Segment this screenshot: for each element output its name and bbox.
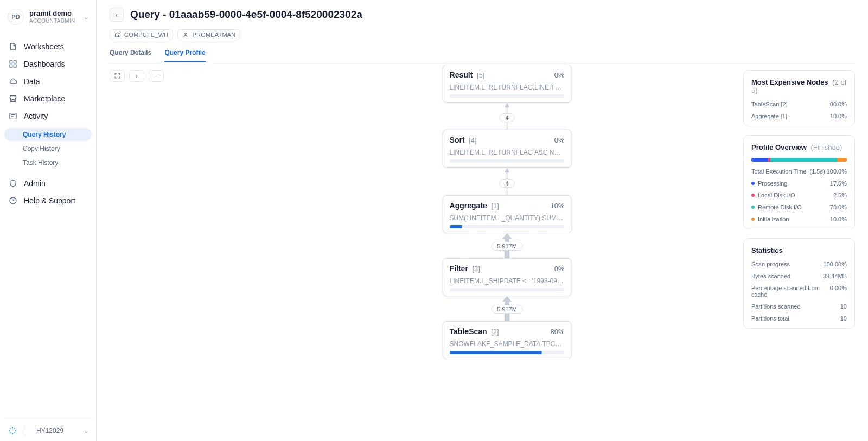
- row-value: 10: [840, 303, 847, 310]
- dashboard-icon: [9, 60, 17, 68]
- nav-help-label: Help & Support: [24, 196, 75, 205]
- row-value: 17.5%: [830, 180, 847, 187]
- node-name: Result: [450, 71, 473, 79]
- nav-admin-label: Admin: [24, 179, 46, 188]
- sidebar-footer: HY12029 ⌄: [4, 420, 92, 441]
- svg-rect-12: [505, 314, 510, 321]
- chevron-left-icon: ‹: [116, 11, 118, 19]
- svg-rect-11: [505, 251, 510, 258]
- user-icon: [182, 31, 189, 38]
- nav-task-history[interactable]: Task History: [4, 156, 92, 169]
- shield-icon: [9, 179, 17, 188]
- legend-dot-icon: [751, 194, 755, 197]
- page-title: Query - 01aaab59-0000-4e5f-0004-8f520002…: [130, 9, 362, 21]
- row-label: Total Execution Time: [751, 168, 807, 175]
- cloud-icon: [9, 77, 17, 86]
- fullscreen-icon: [114, 72, 121, 80]
- row-label: Aggregate [1]: [751, 113, 787, 119]
- node-bar: [450, 351, 565, 354]
- panel-statistics: Statistics Scan progress 100.00% Bytes s…: [743, 238, 855, 329]
- total-pct: 100.0%: [827, 168, 847, 175]
- store-icon: [9, 94, 17, 103]
- context-chips: COMPUTE_WH PROMEATMAN: [110, 29, 855, 40]
- nav-admin[interactable]: Admin: [4, 176, 92, 191]
- overview-total-row: Total Execution Time (1.5s) 100.0%: [751, 168, 847, 175]
- expensive-row[interactable]: Aggregate [1] 10.0%: [751, 113, 847, 119]
- stat-row: Bytes scanned 38.44MB: [751, 273, 847, 279]
- divider: [25, 426, 25, 436]
- back-button[interactable]: ‹: [110, 8, 124, 22]
- node-index: [3]: [472, 265, 480, 273]
- row-value: 70.0%: [830, 204, 847, 210]
- node-sort[interactable]: Sort [4] 0% LINEITEM.L_RETURNFLAG ASC NU…: [443, 130, 572, 168]
- cluster-selector[interactable]: HY12029 ⌄: [36, 427, 88, 434]
- row-label: Remote Disk I/O: [758, 204, 802, 210]
- graph-edge: ▲ 4: [404, 168, 610, 195]
- zoom-in-button[interactable]: +: [129, 70, 144, 82]
- panel-title: Most Expensive Nodes: [751, 78, 828, 86]
- node-bar: [450, 225, 565, 228]
- expensive-row[interactable]: TableScan [2] 80.0%: [751, 101, 847, 107]
- row-label: Scan progress: [751, 261, 790, 267]
- graph-edge: 5.917M: [404, 296, 610, 321]
- node-result[interactable]: Result [5] 0% LINEITEM.L_RETURNFLAG,LINE…: [443, 65, 572, 103]
- nav-activity-children: Query History Copy History Task History: [4, 128, 92, 169]
- node-detail: SNOWFLAKE_SAMPLE_DATA.TPCH_SF1…: [450, 340, 565, 348]
- svg-rect-1: [14, 61, 16, 63]
- overview-row: Initialization 10.0%: [751, 216, 847, 222]
- node-detail: LINEITEM.L_RETURNFLAG,LINEITEM.L_…: [450, 84, 565, 91]
- edge-count: 4: [500, 179, 515, 188]
- nav-copy-history[interactable]: Copy History: [4, 142, 92, 155]
- row-value: 80.0%: [830, 101, 847, 107]
- svg-rect-2: [14, 65, 16, 67]
- graph-edge: 5.917M: [404, 233, 610, 258]
- fullscreen-button[interactable]: [110, 70, 125, 82]
- svg-rect-0: [10, 61, 12, 63]
- document-icon: [9, 42, 17, 51]
- nav-worksheets[interactable]: Worksheets: [4, 39, 92, 54]
- nav-dashboards-label: Dashboards: [24, 60, 65, 68]
- nav-marketplace-label: Marketplace: [24, 94, 65, 103]
- activity-icon: [9, 112, 17, 120]
- panel-profile-overview: Profile Overview (Finished) Total Execut…: [743, 135, 855, 229]
- node-percent: 0%: [554, 136, 565, 144]
- row-value: 2.5%: [833, 192, 847, 199]
- node-aggregate[interactable]: Aggregate [1] 10% SUM(LINEITEM.L_QUANTIT…: [443, 195, 572, 233]
- warehouse-chip[interactable]: COMPUTE_WH: [110, 29, 173, 40]
- nav-activity[interactable]: Activity: [4, 108, 92, 124]
- edge-count: 5.917M: [491, 242, 523, 251]
- nav-query-history[interactable]: Query History: [4, 128, 92, 141]
- node-bar: [450, 159, 565, 163]
- nav-marketplace[interactable]: Marketplace: [4, 91, 92, 106]
- node-index: [1]: [491, 202, 499, 210]
- panel-title: Profile Overview: [751, 143, 807, 151]
- nav-help[interactable]: Help & Support: [4, 193, 92, 208]
- graph-edge: ▲ 4: [404, 103, 610, 130]
- role-chip[interactable]: PROMEATMAN: [177, 29, 240, 40]
- node-index: [5]: [477, 71, 484, 79]
- operator-graph[interactable]: Result [5] 0% LINEITEM.L_RETURNFLAG,LINE…: [404, 65, 610, 359]
- tab-query-details[interactable]: Query Details: [110, 49, 151, 62]
- tab-query-profile[interactable]: Query Profile: [164, 49, 205, 62]
- nav-data[interactable]: Data: [4, 74, 92, 89]
- node-detail: LINEITEM.L_RETURNFLAG ASC NULLS …: [450, 149, 565, 156]
- row-value: 10.0%: [830, 216, 847, 222]
- arrow-up-icon: [502, 233, 512, 242]
- node-detail: LINEITEM.L_SHIPDATE <= '1998-09-02': [450, 277, 565, 285]
- account-switcher[interactable]: PD pramit demo ACCOUNTADMIN ⌄: [4, 7, 92, 27]
- row-label: Partitions scanned: [751, 303, 801, 310]
- node-filter[interactable]: Filter [3] 0% LINEITEM.L_SHIPDATE <= '19…: [443, 258, 572, 296]
- zoom-out-button[interactable]: −: [149, 70, 164, 82]
- node-tablescan[interactable]: TableScan [2] 80% SNOWFLAKE_SAMPLE_DATA.…: [443, 321, 572, 359]
- nav-data-label: Data: [24, 77, 40, 86]
- legend-dot-icon: [751, 218, 755, 221]
- node-bar: [450, 94, 565, 98]
- nav-dashboards[interactable]: Dashboards: [4, 56, 92, 72]
- node-percent: 0%: [554, 71, 565, 79]
- node-name: TableScan: [450, 327, 487, 336]
- right-panels: Most Expensive Nodes (2 of 5) TableScan …: [743, 70, 855, 329]
- node-bar: [450, 288, 565, 291]
- legend-dot-icon: [751, 206, 755, 209]
- overview-row: Remote Disk I/O 70.0%: [751, 204, 847, 210]
- role-chip-label: PROMEATMAN: [192, 31, 235, 38]
